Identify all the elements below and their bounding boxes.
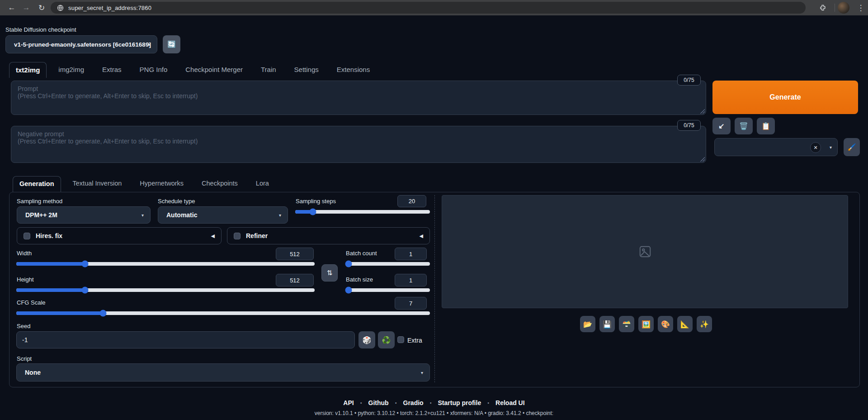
extensions-puzzle-icon[interactable] <box>816 2 829 14</box>
height-field <box>276 274 314 286</box>
swap-dimensions-button[interactable]: ⇅ <box>321 264 338 282</box>
edit-styles-button[interactable]: 🖌️ <box>844 138 860 156</box>
file-box-icon: 🗃️ <box>622 320 631 329</box>
slider-knob[interactable] <box>309 209 316 215</box>
cfg-scale-field <box>395 297 427 310</box>
height-input[interactable] <box>276 274 314 286</box>
hires-fix-checkbox[interactable] <box>24 233 30 239</box>
script-value: None <box>25 369 41 376</box>
batch-count-slider[interactable] <box>346 262 430 266</box>
script-label: Script <box>17 355 32 362</box>
random-seed-button[interactable]: 🎲 <box>359 331 375 348</box>
refiner-checkbox[interactable] <box>234 233 241 239</box>
triangle-ruler-icon: 📐 <box>680 320 689 329</box>
sampling-steps-input[interactable] <box>397 195 426 207</box>
checkpoint-dropdown[interactable]: v1-5-pruned-emaonly.safetensors [6ce0161… <box>5 35 157 53</box>
schedule-type-label: Schedule type <box>158 198 195 205</box>
sparkles-icon: ✨ <box>700 320 709 329</box>
collapse-left-icon[interactable]: ◀ <box>211 233 215 239</box>
seed-extra-checkbox[interactable] <box>397 336 404 343</box>
tab-png-info[interactable]: PNG Info <box>133 62 174 78</box>
slider-knob[interactable] <box>81 261 88 267</box>
refiner-label: Refiner <box>246 232 268 239</box>
footer-link-startup-profile[interactable]: Startup profile <box>438 399 481 406</box>
slider-knob[interactable] <box>345 261 352 267</box>
column-divider[interactable] <box>434 195 435 382</box>
footer-bullet: • <box>395 400 397 406</box>
footer-bullet: • <box>360 400 362 406</box>
seed-input[interactable] <box>16 331 355 348</box>
batch-count-input[interactable] <box>395 248 427 260</box>
reuse-seed-button[interactable]: ♻️ <box>378 331 395 348</box>
width-input[interactable] <box>276 248 314 260</box>
resize-handle-icon[interactable] <box>699 108 705 114</box>
tab-settings[interactable]: Settings <box>288 62 325 78</box>
refresh-checkpoint-button[interactable]: 🔄 <box>163 35 180 53</box>
footer-link-api[interactable]: API <box>343 399 354 406</box>
paste-generation-params-button[interactable]: ↙ <box>712 118 731 134</box>
browser-reload-button[interactable]: ↻ <box>35 2 48 14</box>
browser-forward-button[interactable]: → <box>20 2 33 14</box>
footer-link-gradio[interactable]: Gradio <box>403 399 424 406</box>
clear-prompt-button[interactable]: 🗑️ <box>735 118 753 134</box>
width-slider[interactable] <box>16 262 315 266</box>
swap-arrows-icon: ⇅ <box>327 269 333 277</box>
send-to-inpaint-button[interactable]: 🎨 <box>658 316 673 332</box>
chevron-down-icon[interactable]: ▾ <box>830 145 832 150</box>
chevron-down-icon: ▾ <box>421 370 423 375</box>
browser-menu-icon[interactable]: ⋮ <box>854 2 867 14</box>
prompt-input[interactable] <box>11 81 706 115</box>
tab-textual-inversion[interactable]: Textual Inversion <box>66 176 128 192</box>
send-to-extras-button[interactable]: 📐 <box>677 316 693 332</box>
send-to-img2img-button[interactable]: 🖼️ <box>638 316 654 332</box>
upscale-button[interactable]: ✨ <box>697 316 712 332</box>
open-folder-button[interactable]: 📂 <box>580 316 595 332</box>
tab-extensions[interactable]: Extensions <box>330 62 376 78</box>
image-placeholder-icon <box>638 245 652 258</box>
sampling-method-dropdown[interactable]: DPM++ 2M ▾ <box>17 206 151 224</box>
footer-link-reload-ui[interactable]: Reload UI <box>495 399 525 406</box>
profile-avatar[interactable] <box>838 2 849 14</box>
batch-size-slider[interactable] <box>346 288 430 292</box>
script-dropdown[interactable]: None ▾ <box>16 363 430 382</box>
tab-checkpoint-merger[interactable]: Checkpoint Merger <box>179 62 249 78</box>
recycle-icon: ♻️ <box>382 336 391 344</box>
tab-lora[interactable]: Lora <box>250 176 275 192</box>
refresh-icon: 🔄 <box>167 40 176 48</box>
dice-icon: 🎲 <box>363 336 372 344</box>
address-bar[interactable]: super_secret_ip_address:7860 <box>51 2 806 14</box>
tab-checkpoints[interactable]: Checkpoints <box>195 176 244 192</box>
batch-size-field <box>395 274 427 286</box>
refiner-section[interactable]: Refiner ◀ <box>227 227 430 244</box>
apply-styles-button[interactable]: 📋 <box>757 118 775 134</box>
tab-train[interactable]: Train <box>255 62 283 78</box>
tab-txt2img[interactable]: txt2img <box>9 62 47 78</box>
tab-extras[interactable]: Extras <box>96 62 128 78</box>
hires-fix-section[interactable]: Hires. fix ◀ <box>17 227 222 244</box>
tab-hypernetworks[interactable]: Hypernetworks <box>133 176 190 192</box>
footer-link-github[interactable]: Github <box>368 399 389 406</box>
sampling-steps-slider[interactable] <box>295 210 430 214</box>
output-action-bar: 📂 💾 🗃️ 🖼️ 🎨 📐 ✨ <box>580 316 712 332</box>
slider-knob[interactable] <box>345 287 352 294</box>
schedule-type-dropdown[interactable]: Automatic ▾ <box>158 206 288 224</box>
collapse-left-icon[interactable]: ◀ <box>420 233 423 239</box>
negative-prompt-input[interactable] <box>11 126 706 163</box>
height-slider[interactable] <box>16 288 315 292</box>
tab-generation[interactable]: Generation <box>13 176 61 192</box>
save-image-button[interactable]: 💾 <box>599 316 615 332</box>
prompt-token-counter: 0/75 <box>677 75 701 86</box>
styles-dropdown[interactable]: ✕ ▾ <box>714 138 838 156</box>
save-zip-button[interactable]: 🗃️ <box>619 316 634 332</box>
slider-knob[interactable] <box>81 287 88 294</box>
clear-styles-icon[interactable]: ✕ <box>810 142 821 153</box>
batch-size-input[interactable] <box>395 274 427 286</box>
cfg-scale-input[interactable] <box>395 297 427 310</box>
tab-img2img[interactable]: img2img <box>52 62 90 78</box>
cfg-scale-slider[interactable] <box>16 311 430 315</box>
browser-back-button[interactable]: ← <box>5 2 18 14</box>
sampling-steps-label: Sampling steps <box>296 198 336 205</box>
resize-handle-icon[interactable] <box>699 156 705 162</box>
slider-knob[interactable] <box>100 310 107 317</box>
generate-button[interactable]: Generate <box>712 81 858 114</box>
